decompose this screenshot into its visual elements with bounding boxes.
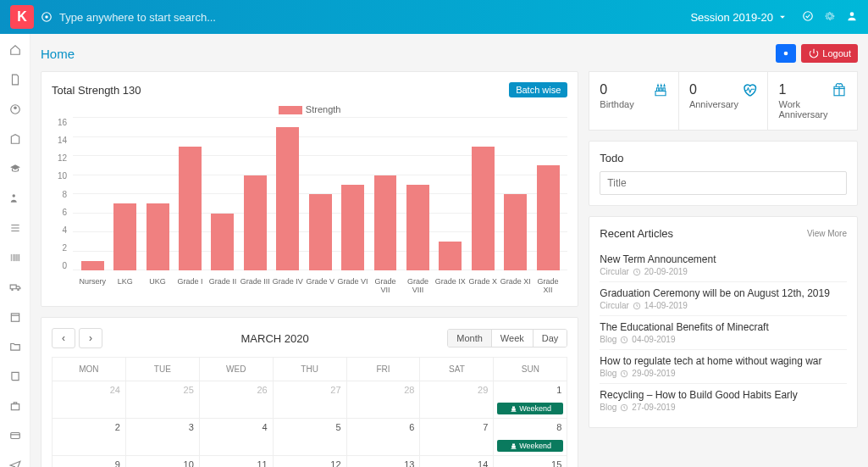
calendar-cell[interactable]: 29 — [420, 381, 494, 419]
calendar-cell[interactable]: 8 Weekend — [494, 419, 567, 456]
chart-bar[interactable] — [174, 147, 206, 270]
todo-title-input[interactable] — [600, 171, 847, 195]
article-item[interactable]: The Educational Benefits of MinecraftBlo… — [600, 315, 847, 349]
calendar-view-week[interactable]: Week — [491, 330, 533, 347]
article-item[interactable]: Recycling – How to Build Good Habits Ear… — [600, 383, 847, 417]
day-number: 25 — [184, 385, 194, 395]
chart-bar[interactable] — [532, 165, 564, 270]
calendar-cell[interactable]: 26 — [199, 381, 273, 419]
power-icon — [808, 47, 820, 59]
article-title: New Term Announcement — [600, 253, 847, 265]
calendar-view-day[interactable]: Day — [533, 330, 567, 347]
day-number: 13 — [404, 459, 414, 467]
day-number: 9 — [115, 459, 120, 467]
global-search[interactable]: Type anywhere to start search... — [59, 11, 690, 24]
user-icon[interactable] — [846, 10, 858, 25]
calendar-cell[interactable]: 2 — [53, 419, 126, 456]
x-tick-label: Grade V — [304, 274, 336, 296]
app-logo[interactable]: K — [10, 5, 34, 29]
main-content: Home Logout Total Strength 130 Batch wis… — [30, 34, 868, 467]
calendar-cell[interactable]: 9 — [53, 456, 126, 467]
calendar-icon[interactable] — [9, 311, 21, 325]
graduation-icon[interactable] — [9, 163, 21, 177]
settings-button[interactable] — [776, 44, 796, 63]
batch-wise-button[interactable]: Batch wise — [509, 82, 567, 97]
calendar-cell[interactable]: 12 — [273, 456, 346, 467]
chart-bar[interactable] — [239, 175, 271, 271]
page-title: Home — [41, 47, 75, 61]
chart-bar[interactable] — [369, 175, 401, 271]
chart-bar[interactable] — [207, 214, 239, 271]
x-tick-label: UKG — [141, 274, 174, 296]
article-item[interactable]: New Term AnnouncementCircular 20-09-2019 — [600, 248, 847, 281]
chart-bar[interactable] — [76, 261, 108, 270]
calendar-cell[interactable]: 25 — [125, 381, 199, 419]
chart-bar[interactable] — [108, 203, 141, 270]
stat-work-anniversary[interactable]: 1 Work Anniversary — [768, 71, 858, 131]
top-bar: K Type anywhere to start search... Sessi… — [0, 0, 868, 34]
chart-bar[interactable] — [336, 185, 368, 270]
chart-bar[interactable] — [141, 203, 174, 270]
settings-circle-icon[interactable] — [41, 11, 53, 23]
calendar-cell[interactable]: 1 Weekend — [494, 381, 567, 419]
teacher-icon[interactable] — [9, 192, 21, 207]
calendar-cell[interactable]: 24 — [53, 381, 126, 419]
chart-bar[interactable] — [304, 194, 336, 270]
user-circle-icon[interactable] — [9, 103, 21, 118]
document-icon[interactable] — [9, 74, 21, 88]
calendar-cell[interactable]: 6 — [346, 419, 420, 456]
calendar-view-month[interactable]: Month — [448, 330, 491, 347]
calendar-cell[interactable]: 4 — [199, 419, 273, 456]
calendar-cell[interactable]: 7 — [420, 419, 494, 456]
x-tick-label: Grade XII — [532, 274, 564, 296]
calendar-cell[interactable]: 10 — [125, 456, 199, 467]
chart-bar[interactable] — [499, 194, 531, 270]
page-actions: Logout — [776, 44, 858, 63]
card-icon[interactable] — [9, 430, 21, 444]
briefcase-icon[interactable] — [9, 400, 21, 414]
calendar-cell[interactable]: 14 Weekend — [420, 456, 494, 467]
calendar-prev-button[interactable]: ‹ — [52, 328, 75, 348]
article-item[interactable]: Graduation Ceremony will be on August 12… — [600, 281, 847, 315]
calendar-cell[interactable]: 3 — [125, 419, 199, 456]
folder-icon[interactable] — [9, 341, 21, 355]
check-circle-icon[interactable] — [802, 10, 814, 25]
chart-legend: Strength — [52, 104, 567, 114]
list-icon[interactable] — [9, 222, 21, 236]
calendar-cell[interactable]: 5 — [273, 419, 346, 456]
calendar-cell[interactable]: 13 — [346, 456, 420, 467]
stat-anniversary[interactable]: 0 Anniversary — [679, 71, 769, 131]
article-item[interactable]: How to regulate tech at home without wag… — [600, 349, 847, 383]
chart-bar[interactable] — [401, 185, 434, 270]
logout-button[interactable]: Logout — [801, 44, 858, 63]
breadcrumb-row: Home Logout — [41, 44, 858, 63]
stat-birthday[interactable]: 0 Birthday — [589, 71, 679, 131]
session-label: Session 2019-20 — [690, 11, 773, 24]
calendar-cell[interactable]: 28 — [346, 381, 420, 419]
day-number: 11 — [257, 459, 267, 467]
calendar-cell[interactable]: 15 Weekend — [494, 456, 567, 467]
chart-bar[interactable] — [434, 242, 467, 270]
send-icon[interactable] — [9, 459, 21, 467]
calendar-cell[interactable]: 11 — [199, 456, 273, 467]
calendar-next-button[interactable]: › — [79, 328, 102, 348]
barcode-icon[interactable] — [9, 252, 21, 266]
chart-bar[interactable] — [467, 147, 499, 270]
svg-point-3 — [850, 12, 854, 16]
truck-icon[interactable] — [9, 281, 21, 296]
chart-bar[interactable] — [272, 127, 304, 270]
calendar-weekday: MON — [53, 358, 126, 381]
calendar-card: ‹ › MARCH 2020 Month Week Day MONTUEWEDT… — [41, 317, 578, 467]
home-icon[interactable] — [9, 44, 21, 58]
gears-icon[interactable] — [824, 10, 836, 25]
building-icon[interactable] — [9, 133, 21, 147]
heart-icon — [742, 82, 757, 101]
articles-view-more[interactable]: View More — [807, 229, 847, 238]
calendar-event[interactable]: Weekend — [497, 440, 563, 452]
session-selector[interactable]: Session 2019-20 — [690, 11, 788, 24]
calendar-cell[interactable]: 27 — [273, 381, 346, 419]
calendar-event[interactable]: Weekend — [497, 403, 563, 414]
calendar-weekday: THU — [273, 358, 346, 381]
book-icon[interactable] — [9, 370, 21, 385]
articles-list: New Term AnnouncementCircular 20-09-2019… — [600, 248, 847, 417]
